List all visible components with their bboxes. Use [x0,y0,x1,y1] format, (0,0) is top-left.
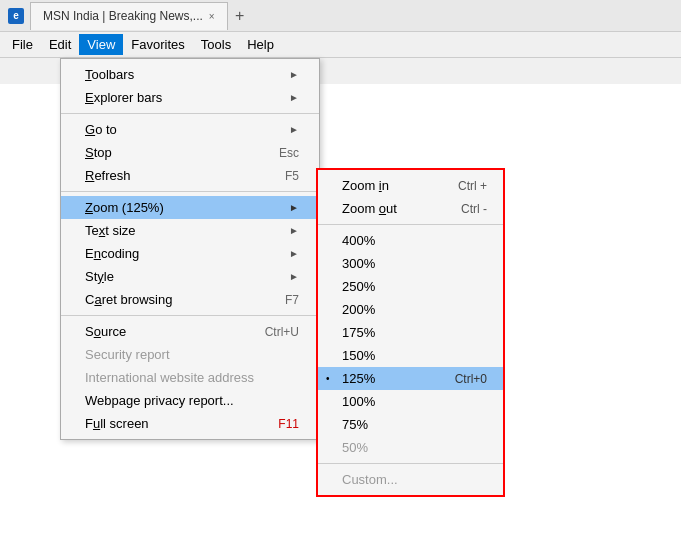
menu-item-goto[interactable]: Go to ► [61,118,319,141]
zoom-submenu-zoom-in[interactable]: Zoom in Ctrl + [318,174,503,197]
menu-item-style[interactable]: Style ► [61,265,319,288]
international-label: International website address [85,370,299,385]
menu-item-privacy[interactable]: Webpage privacy report... [61,389,319,412]
zoom-label: Zoom (125%) [85,200,285,215]
zoom-250[interactable]: 250% [318,275,503,298]
menu-tools[interactable]: Tools [193,34,239,55]
menu-item-encoding[interactable]: Encoding ► [61,242,319,265]
zoom-custom-label: Custom... [342,472,487,487]
zoom-175-label: 175% [342,325,487,340]
stop-label: Stop [85,145,259,160]
zoom-50[interactable]: 50% [318,436,503,459]
zoom-75[interactable]: 75% [318,413,503,436]
zoom-175[interactable]: 175% [318,321,503,344]
menu-item-text-size[interactable]: Text size ► [61,219,319,242]
menu-item-international[interactable]: International website address [61,366,319,389]
zoom-in-label: Zoom in [342,178,458,193]
text-size-label: Text size [85,223,285,238]
browser-icon: e [8,8,24,24]
caret-shortcut: F7 [285,293,299,307]
zoom-submenu: Zoom in Ctrl + Zoom out Ctrl - 400% 300%… [318,170,503,495]
zoom-out-label: Zoom out [342,201,461,216]
zoom-100-label: 100% [342,394,487,409]
style-label: Style [85,269,285,284]
menu-view[interactable]: View [79,34,123,55]
title-bar: e MSN India | Breaking News,... × + [0,0,681,32]
toolbars-arrow: ► [289,69,299,80]
zoom-150[interactable]: 150% [318,344,503,367]
view-menu: Toolbars ► Explorer bars ► Go to ► Stop … [60,58,320,440]
new-tab-button[interactable]: + [228,4,252,28]
menu-item-zoom[interactable]: Zoom (125%) ► [61,196,319,219]
zoom-125[interactable]: • 125% Ctrl+0 [318,367,503,390]
menu-file[interactable]: File [4,34,41,55]
zoom-out-shortcut: Ctrl - [461,202,487,216]
zoom-400[interactable]: 400% [318,229,503,252]
caret-label: Caret browsing [85,292,265,307]
explorer-bars-arrow: ► [289,92,299,103]
zoom-200-label: 200% [342,302,487,317]
menu-item-caret[interactable]: Caret browsing F7 [61,288,319,311]
separator-3 [61,315,319,316]
encoding-arrow: ► [289,248,299,259]
explorer-bars-label: Explorer bars [85,90,285,105]
zoom-in-shortcut: Ctrl + [458,179,487,193]
separator-1 [61,113,319,114]
menu-bar: File Edit View Favorites Tools Help [0,32,681,58]
style-arrow: ► [289,271,299,282]
zoom-400-label: 400% [342,233,487,248]
zoom-100[interactable]: 100% [318,390,503,413]
zoom-125-label: 125% [342,371,455,386]
zoom-arrow: ► [289,202,299,213]
zoom-200[interactable]: 200% [318,298,503,321]
menu-help[interactable]: Help [239,34,282,55]
red-highlight-group: Zoom in Ctrl + Zoom out Ctrl - 400% 300%… [316,168,505,497]
goto-arrow: ► [289,124,299,135]
menu-item-fullscreen[interactable]: Full screen F11 [61,412,319,435]
tab-area: MSN India | Breaking News,... × + [30,2,252,30]
zoom-custom[interactable]: Custom... [318,468,503,491]
source-shortcut: Ctrl+U [265,325,299,339]
zoom-300-label: 300% [342,256,487,271]
tab-label: MSN India | Breaking News,... [43,9,203,23]
menu-item-stop[interactable]: Stop Esc [61,141,319,164]
browser-tab[interactable]: MSN India | Breaking News,... × [30,2,228,30]
zoom-125-bullet: • [326,373,330,384]
separator-2 [61,191,319,192]
menu-item-security-report[interactable]: Security report [61,343,319,366]
source-label: Source [85,324,245,339]
encoding-label: Encoding [85,246,285,261]
privacy-label: Webpage privacy report... [85,393,299,408]
toolbars-label: Toolbars [85,67,285,82]
stop-shortcut: Esc [279,146,299,160]
menu-item-refresh[interactable]: Refresh F5 [61,164,319,187]
menu-item-toolbars[interactable]: Toolbars ► [61,63,319,86]
zoom-125-shortcut: Ctrl+0 [455,372,487,386]
fullscreen-label: Full screen [85,416,258,431]
zoom-50-label: 50% [342,440,487,455]
zoom-sep-2 [318,463,503,464]
zoom-300[interactable]: 300% [318,252,503,275]
menu-favorites[interactable]: Favorites [123,34,192,55]
refresh-shortcut: F5 [285,169,299,183]
zoom-150-label: 150% [342,348,487,363]
zoom-sep-1 [318,224,503,225]
menu-edit[interactable]: Edit [41,34,79,55]
text-size-arrow: ► [289,225,299,236]
dropdown-container: Toolbars ► Explorer bars ► Go to ► Stop … [60,58,320,440]
security-report-label: Security report [85,347,299,362]
goto-label: Go to [85,122,285,137]
tab-close-icon[interactable]: × [209,11,215,22]
fullscreen-shortcut: F11 [278,417,299,431]
zoom-submenu-zoom-out[interactable]: Zoom out Ctrl - [318,197,503,220]
zoom-250-label: 250% [342,279,487,294]
menu-item-explorer-bars[interactable]: Explorer bars ► [61,86,319,109]
refresh-label: Refresh [85,168,265,183]
zoom-75-label: 75% [342,417,487,432]
menu-item-source[interactable]: Source Ctrl+U [61,320,319,343]
